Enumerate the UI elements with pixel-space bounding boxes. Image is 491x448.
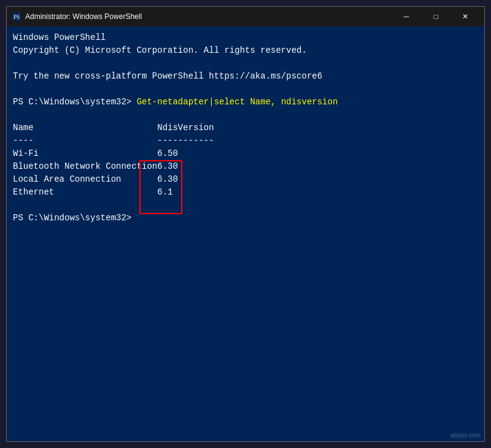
final-prompt: PS C:\Windows\system32> [13,212,478,225]
watermark: wisxin.com [450,432,481,439]
output-line-1: Windows PowerShell [13,31,478,44]
title-bar: PS Administrator: Windows PowerShell ─ □… [7,7,484,26]
powershell-icon: PS [12,12,21,21]
prompt-text: PS C:\Windows\system32> [13,97,137,107]
output-line-empty [13,199,478,212]
command-text: Get-netadapter|select Name, ndisversion [137,97,338,107]
minimize-button[interactable]: ─ [392,7,420,26]
window-title: Administrator: Windows PowerShell [25,12,142,21]
console-body[interactable]: Windows PowerShell Copyright (C) Microso… [7,26,484,441]
powershell-window: PS Administrator: Windows PowerShell ─ □… [6,6,485,442]
output-line-2: Copyright (C) Microsoft Corporation. All… [13,44,478,57]
title-bar-left: PS Administrator: Windows PowerShell [12,12,142,21]
output-line-7 [13,109,478,122]
output-line-4: Try the new cross-platform PowerShell ht… [13,70,478,83]
ethernet-line: Ethernet 6.1 [13,186,478,199]
command-line: PS C:\Windows\system32> Get-netadapter|s… [13,96,478,109]
separator-line: ---- ----------- [13,134,478,147]
bluetooth-line: Bluetooth Network Connection6.30 [13,160,478,173]
window-controls: ─ □ ✕ [392,7,479,26]
svg-text:PS: PS [14,14,20,20]
output-line-5 [13,83,478,96]
wifi-line: Wi-Fi 6.50 [13,147,478,160]
close-button[interactable]: ✕ [451,7,479,26]
output-line-3 [13,57,478,70]
header-line: Name NdisVersion [13,122,478,134]
maximize-button[interactable]: □ [422,7,450,26]
lan-line: Local Area Connection 6.30 [13,173,478,186]
